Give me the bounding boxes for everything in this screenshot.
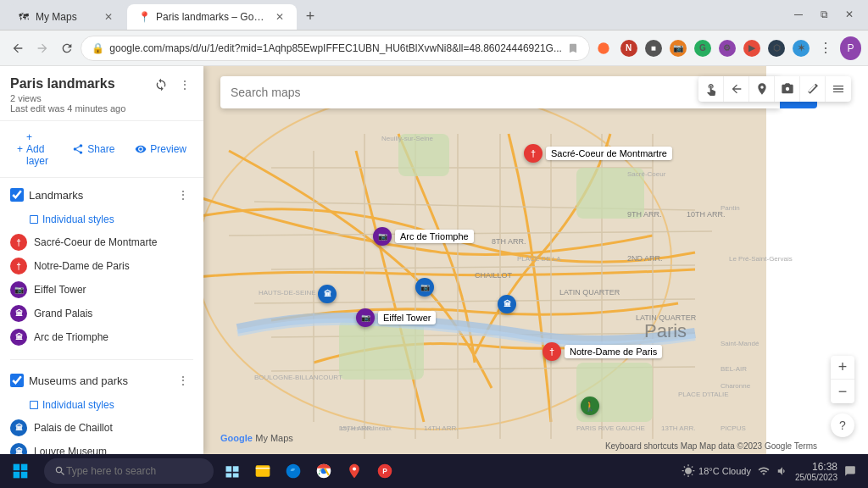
sacre-coeur-label: Sacré-Coeur de Montmarte — [34, 236, 157, 248]
arc-triomphe-marker[interactable]: 📷 Arc de Triomphe — [373, 227, 474, 246]
hand-tool[interactable] — [698, 76, 724, 102]
louvre-icon: 🏛 — [10, 443, 27, 454]
add-icon: + — [17, 143, 23, 155]
building-marker-3[interactable]: 🏛 — [498, 295, 516, 313]
edge-button[interactable] — [278, 456, 309, 486]
list-item[interactable]: 🏛 Arc de Triomphe — [7, 325, 197, 349]
museums-style[interactable]: Individual styles — [0, 397, 203, 416]
svg-text:CHAILLOT: CHAILLOT — [475, 271, 513, 280]
taskview-button[interactable] — [217, 456, 248, 486]
ext-icon-8[interactable]: ✶ — [791, 36, 812, 60]
taskbar: P 18°C Cloudy 16:38 25/05/2023 — [0, 454, 868, 488]
app-icon-1[interactable]: P — [370, 456, 400, 486]
lock-icon: 🔒 — [92, 42, 104, 54]
back-nav-tool[interactable] — [724, 76, 749, 102]
museums-layer-header[interactable]: Museums and parks ⋮ — [0, 363, 203, 397]
clock: 16:38 25/05/2023 — [795, 461, 837, 482]
close-browser-button[interactable]: ✕ — [837, 3, 861, 26]
back-button[interactable] — [7, 36, 28, 60]
list-item[interactable]: † Notre-Dame de Paris — [7, 254, 197, 278]
camera-tool[interactable] — [775, 76, 800, 102]
landmarks-menu-button[interactable]: ⋮ — [173, 185, 193, 205]
sidebar-header-icons: ⋮ — [151, 75, 195, 95]
forward-button[interactable] — [31, 36, 53, 60]
map-search-input[interactable] — [220, 76, 780, 108]
building-marker-2[interactable]: 📷 — [415, 278, 434, 297]
ext-icon-5[interactable]: ⚙ — [716, 36, 737, 60]
tab-my-maps[interactable]: 🗺 My Maps ✕ — [7, 4, 125, 30]
restore-button[interactable]: ⧉ — [812, 3, 836, 26]
list-item[interactable]: 📷 Eiffel Tower — [7, 278, 197, 302]
list-item[interactable]: 🏛 Palais de Chaillot — [7, 416, 197, 440]
profile-pic[interactable]: P — [840, 36, 861, 60]
ext-icon-6[interactable]: ▶ — [741, 36, 762, 60]
landmarks-style[interactable]: Individual styles — [0, 212, 203, 230]
map-title: Paris landmarks — [10, 76, 173, 92]
eiffel-marker[interactable]: 📷 Eiffel Tower — [356, 308, 436, 327]
museums-layer-name: Museums and parks — [29, 374, 173, 387]
landmarks-items: † Sacré-Coeur de Montmarte † Notre-Dame … — [0, 230, 203, 356]
help-button[interactable]: ? — [831, 413, 854, 437]
svg-text:Neuilly-sur-Seine: Neuilly-sur-Seine — [381, 135, 433, 142]
grand-palais-label: Grand Palais — [34, 308, 92, 319]
address-bar: 🔒 google.com/maps/d/u/1/edit?mid=1Aqhp85… — [0, 30, 868, 66]
museums-menu-button[interactable]: ⋮ — [173, 370, 193, 391]
tab-paris-favicon: 📍 — [137, 10, 151, 24]
bookmark-icon[interactable] — [567, 42, 579, 54]
minimize-button[interactable]: ─ — [787, 3, 810, 26]
share-button[interactable]: Share — [65, 140, 121, 158]
preview-label: Preview — [150, 143, 186, 155]
volume-icon — [776, 465, 788, 477]
ext-icon-2[interactable]: ■ — [643, 36, 664, 60]
extensions-button[interactable] — [593, 36, 615, 60]
taskbar-search-bar[interactable] — [44, 458, 214, 484]
more-button[interactable]: ⋮ — [815, 36, 837, 60]
svg-text:Le Pré-Saint-Gervais: Le Pré-Saint-Gervais — [729, 255, 793, 263]
ext-icon-7[interactable]: ⬡ — [766, 36, 787, 60]
taskbar-search-input[interactable] — [66, 465, 202, 477]
list-item[interactable]: 🏛 Grand Palais — [7, 302, 197, 325]
map-views: 2 views — [10, 93, 173, 103]
url-bar[interactable]: 🔒 google.com/maps/d/u/1/edit?mid=1Aqhp85… — [81, 36, 590, 61]
list-item[interactable]: † Sacré-Coeur de Montmarte — [7, 230, 197, 254]
ext-icon-4[interactable]: G — [692, 36, 713, 60]
notification-icon[interactable] — [844, 465, 856, 477]
tab-my-maps-close[interactable]: ✕ — [102, 10, 115, 24]
new-tab-button[interactable]: + — [298, 4, 322, 28]
tab-paris-landmarks[interactable]: 📍 Paris landmarks – Google My M... ✕ — [127, 4, 297, 30]
ext-icon-3[interactable]: 📷 — [667, 36, 688, 60]
landmarks-layer-header[interactable]: Landmarks ⋮ — [0, 178, 203, 212]
measure-tool[interactable] — [800, 76, 826, 102]
svg-text:P: P — [382, 467, 387, 475]
share-label: Share — [87, 143, 114, 155]
reload-button[interactable] — [56, 36, 77, 60]
sacre-coeur-marker[interactable]: † Sacré-Coeur de Montmartre — [524, 144, 672, 163]
map-attribution: Keyboard shortcuts Map Map data ©2023 Go… — [605, 441, 817, 451]
preview-button[interactable]: Preview — [128, 140, 193, 158]
landmarks-checkbox[interactable] — [10, 188, 24, 202]
list-item[interactable]: 🏛 Louvre Museum — [7, 440, 197, 454]
weather-text: 18°C Cloudy — [698, 466, 751, 476]
eiffel-icon: 📷 — [10, 281, 27, 298]
park-marker-1[interactable]: 🚶 — [581, 396, 599, 415]
museums-checkbox[interactable] — [10, 374, 24, 387]
chrome-button[interactable] — [309, 456, 339, 486]
pin-tool[interactable] — [749, 76, 775, 102]
menu-tool[interactable] — [826, 76, 851, 102]
url-text: google.com/maps/d/u/1/edit?mid=1Aqhp85Ew… — [109, 42, 562, 54]
start-button[interactable] — [0, 454, 41, 488]
add-layer-button[interactable]: + + Add layer — [10, 128, 58, 170]
more-options-icon[interactable]: ⋮ — [175, 75, 195, 95]
explorer-button[interactable] — [248, 456, 278, 486]
grand-palais-icon: 🏛 — [10, 305, 27, 322]
notre-dame-marker[interactable]: † Notre-Dame de Paris — [542, 342, 662, 361]
tab-paris-close[interactable]: ✕ — [273, 10, 287, 24]
ext-icon-1[interactable]: N — [618, 36, 639, 60]
zoom-out-button[interactable]: − — [831, 380, 854, 403]
zoom-in-button[interactable]: + — [831, 356, 854, 380]
sync-icon[interactable] — [151, 75, 171, 95]
taskbar-search-icon — [54, 465, 66, 477]
browser-window: 🗺 My Maps ✕ 📍 Paris landmarks – Google M… — [0, 0, 868, 454]
maps-button[interactable] — [339, 456, 370, 486]
building-marker-1[interactable]: 🏛 — [318, 285, 337, 303]
